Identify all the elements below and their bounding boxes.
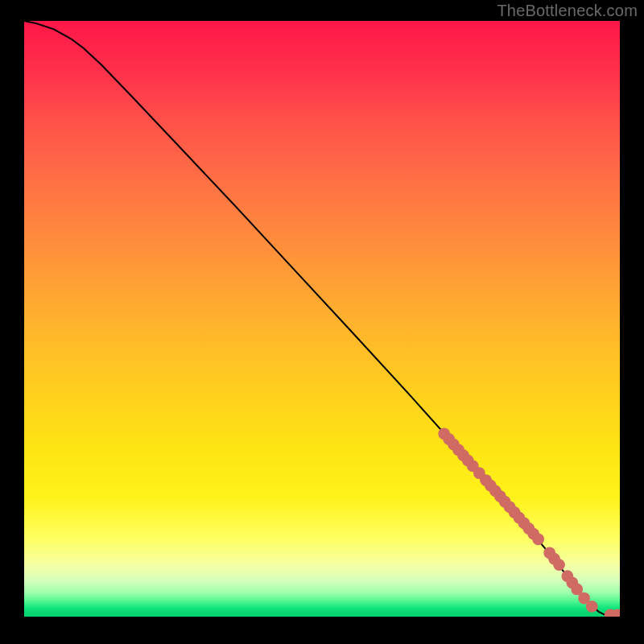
- chart-container: TheBottleneck.com: [0, 0, 644, 644]
- points-layer: [24, 21, 620, 617]
- data-point: [553, 559, 565, 571]
- data-points: [438, 427, 620, 617]
- plot-area: [24, 21, 620, 617]
- watermark-text: TheBottleneck.com: [497, 2, 638, 20]
- data-point: [532, 533, 544, 545]
- data-point: [586, 601, 598, 613]
